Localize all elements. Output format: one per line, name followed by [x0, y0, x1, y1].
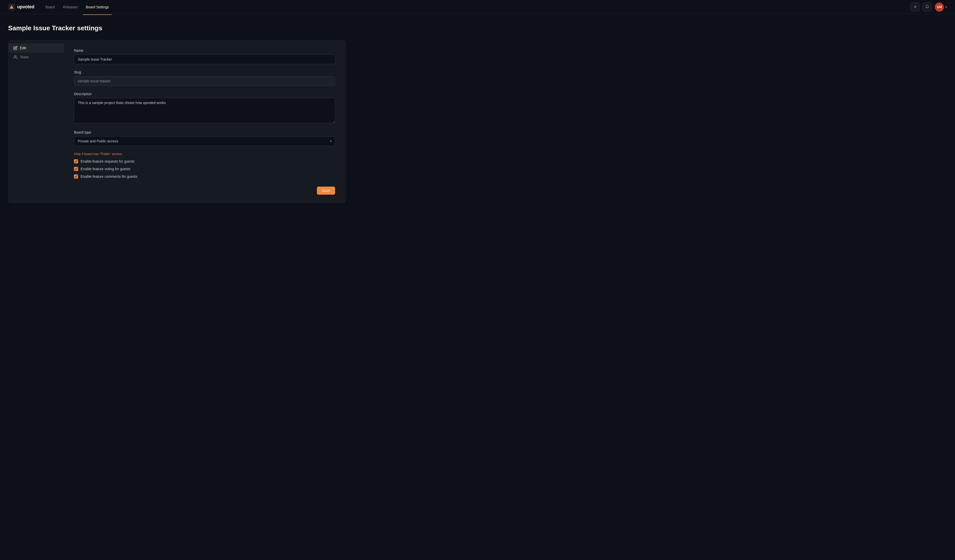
- logo[interactable]: upvoted: [8, 3, 34, 11]
- description-label: Description: [74, 92, 335, 96]
- checkbox-item-voting[interactable]: Enable feature voting for guests: [74, 167, 335, 171]
- header-left: upvoted Board Releases Board Settings: [8, 3, 112, 11]
- form-group-public-access: Only if board has "Public" access Enable…: [74, 152, 335, 178]
- sidebar-item-edit[interactable]: Edit: [8, 44, 64, 53]
- form-group-slug: Slug: [74, 70, 335, 86]
- page-title: Sample Issue Tracker settings: [8, 24, 346, 32]
- edit-icon: [13, 46, 17, 50]
- checkbox-requests[interactable]: [74, 159, 78, 163]
- nav-item-releases[interactable]: Releases: [60, 3, 81, 11]
- settings-sidebar: Edit Team: [8, 41, 64, 203]
- checkbox-comments[interactable]: [74, 174, 78, 178]
- checkbox-comments-label: Enable feature comments for guests: [81, 174, 137, 178]
- user-menu[interactable]: SM ▾: [935, 3, 947, 12]
- form-actions: Save: [74, 186, 335, 195]
- name-input[interactable]: [74, 55, 335, 64]
- board-type-label: Board type: [74, 130, 335, 135]
- form-group-name: Name: [74, 48, 335, 64]
- logo-text: upvoted: [17, 4, 34, 9]
- board-type-select-wrapper: Private and Public access Private only P…: [74, 136, 335, 146]
- checkbox-voting[interactable]: [74, 167, 78, 171]
- sidebar-item-team[interactable]: Team: [8, 53, 64, 62]
- slug-input[interactable]: [74, 76, 335, 86]
- checkbox-voting-label: Enable feature voting for guests: [81, 167, 130, 171]
- sidebar-item-team-label: Team: [20, 55, 28, 59]
- checkbox-requests-label: Enable feature requests for guests: [81, 159, 135, 163]
- avatar: SM: [935, 3, 944, 12]
- main-content: Sample Issue Tracker settings Edit: [0, 14, 354, 213]
- logo-icon: [8, 3, 15, 11]
- form-group-board-type: Board type Private and Public access Pri…: [74, 130, 335, 146]
- name-label: Name: [74, 48, 335, 53]
- slug-label: Slug: [74, 70, 335, 74]
- form-group-description: Description This is a sample project tha…: [74, 92, 335, 124]
- nav-item-board-settings[interactable]: Board Settings: [83, 3, 112, 11]
- theme-icon: ☀: [913, 5, 917, 9]
- checkbox-item-requests[interactable]: Enable feature requests for guests: [74, 159, 335, 163]
- board-type-select[interactable]: Private and Public access Private only P…: [74, 136, 335, 146]
- settings-form: Name Slug Description This is a sample p…: [64, 41, 345, 203]
- checkbox-group: Enable feature requests for guests Enabl…: [74, 159, 335, 178]
- save-button[interactable]: Save: [317, 186, 335, 195]
- nav: Board Releases Board Settings: [42, 3, 112, 11]
- public-access-note: Only if board has "Public" access: [74, 152, 335, 156]
- chevron-down-icon: ▾: [946, 5, 947, 9]
- description-textarea[interactable]: This is a sample project thats shows how…: [74, 98, 335, 123]
- svg-point-2: [14, 56, 16, 57]
- header: upvoted Board Releases Board Settings ☀ …: [0, 0, 955, 14]
- bell-icon: [925, 5, 929, 9]
- checkbox-item-comments[interactable]: Enable feature comments for guests: [74, 174, 335, 178]
- team-icon: [13, 55, 17, 59]
- theme-toggle-button[interactable]: ☀: [911, 3, 920, 12]
- nav-item-board[interactable]: Board: [42, 3, 58, 11]
- settings-card: Edit Team Name: [8, 40, 346, 203]
- header-right: ☀ SM ▾: [911, 3, 947, 12]
- notifications-button[interactable]: [923, 3, 932, 12]
- sidebar-item-edit-label: Edit: [20, 46, 26, 50]
